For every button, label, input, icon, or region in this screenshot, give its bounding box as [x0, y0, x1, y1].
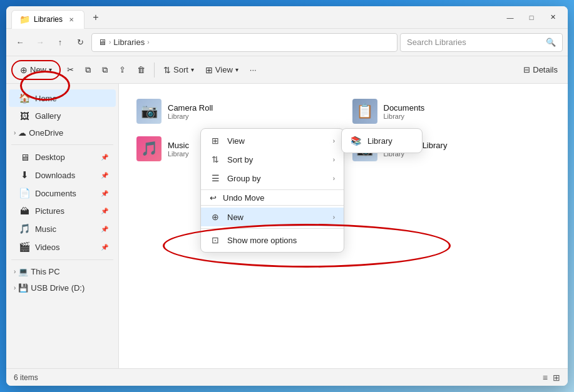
copy-button[interactable]: ⧉: [80, 60, 96, 80]
sort-button[interactable]: ⇅ Sort ▾: [158, 60, 199, 80]
details-label: Details: [533, 65, 558, 74]
ctx-groupby[interactable]: ☰ Group by ›: [201, 169, 344, 188]
delete-button[interactable]: 🗑: [132, 60, 150, 80]
downloads-icon: ⬇: [19, 169, 30, 181]
ctx-showmore[interactable]: ⊡ Show more options: [201, 231, 344, 249]
cut-button[interactable]: ✂: [62, 60, 79, 80]
library-item-documents[interactable]: 📋 Documents Library: [345, 94, 558, 129]
sidebar-item-videos[interactable]: 🎬 Videos 📌: [9, 238, 116, 256]
title-bar: 📁 Libraries ✕ + — □ ✕: [6, 6, 568, 29]
back-button[interactable]: ←: [11, 34, 29, 51]
delete-icon: 🗑: [137, 65, 145, 74]
videos-label: Videos: [35, 243, 60, 252]
address-bar[interactable]: 🖥 › Libraries ›: [91, 33, 397, 52]
ctx-view[interactable]: ⊞ View ›: [201, 131, 344, 150]
search-box[interactable]: Search Libraries 🔍: [400, 33, 563, 52]
status-bar: 6 items ≡ ⊞: [6, 368, 568, 386]
grid-view-icon[interactable]: ⊞: [553, 373, 560, 383]
sidebar-expand-thispc[interactable]: › 💻 This PC: [9, 264, 116, 279]
thispc-icon: 💻: [18, 267, 28, 276]
window-tab[interactable]: 📁 Libraries ✕: [11, 10, 85, 29]
breadcrumb-libraries: Libraries: [113, 38, 145, 47]
refresh-button[interactable]: ↻: [71, 34, 89, 51]
new-arrow: ▾: [49, 66, 52, 73]
close-button[interactable]: ✕: [543, 9, 563, 26]
new-tab-button[interactable]: +: [87, 9, 105, 26]
navigation-bar: ← → ↑ ↻ 🖥 › Libraries › Search Libraries…: [6, 29, 568, 56]
up-button[interactable]: ↑: [51, 34, 69, 51]
details-icon: ⊟: [523, 65, 530, 74]
view-button[interactable]: ⊞ View ▾: [200, 60, 243, 80]
thispc-expand-icon: ›: [14, 268, 16, 275]
documents-lib-type: Library: [384, 113, 425, 120]
sidebar-item-pictures[interactable]: 🏔 Pictures 📌: [9, 203, 116, 219]
ctx-showmore-icon: ⊡: [210, 235, 221, 245]
documents-label: Documents: [35, 189, 76, 198]
minimize-button[interactable]: —: [500, 9, 520, 26]
onedrive-icon: ☁: [18, 128, 26, 138]
cut-icon: ✂: [67, 65, 74, 74]
tab-close-button[interactable]: ✕: [66, 14, 76, 24]
library-submenu-icon: 📚: [351, 136, 361, 146]
sidebar-item-music[interactable]: 🎵 Music 📌: [9, 220, 116, 238]
sidebar-item-gallery[interactable]: 🖼 Gallery: [9, 108, 116, 124]
share-button[interactable]: ⇪: [114, 60, 131, 80]
sidebar-item-home[interactable]: 🏠 Home: [9, 89, 116, 107]
sidebar: 🏠 Home 🖼 Gallery › ☁ OneDrive 🖥 Desktop …: [6, 84, 119, 368]
ctx-sort-icon: ⇅: [210, 154, 221, 164]
music-icon: 🎵: [19, 223, 30, 234]
sort-arrow: ▾: [191, 66, 194, 73]
sidebar-expand-usbdrive[interactable]: › 💾 USB Drive (D:): [9, 280, 116, 296]
music-lib-type: Library: [168, 150, 189, 158]
ctx-undo-label: Undo Move: [223, 193, 264, 203]
gallery-label: Gallery: [35, 111, 61, 121]
usbdrive-label: USB Drive (D:): [31, 283, 85, 293]
view-icon: ⊞: [205, 65, 213, 75]
forward-button[interactable]: →: [31, 34, 49, 51]
sidebar-item-documents[interactable]: 📄 Documents 📌: [9, 184, 116, 202]
pin-icon-desktop: 📌: [101, 154, 108, 161]
submenu-new: 📚 Library: [341, 128, 423, 153]
documents-lib-icon: 📋: [352, 99, 377, 124]
thispc-label: This PC: [31, 267, 59, 276]
search-icon: 🔍: [546, 38, 556, 47]
sidebar-expand-onedrive[interactable]: › ☁ OneDrive: [9, 125, 116, 141]
pin-icon-documents: 📌: [101, 190, 108, 197]
new-button[interactable]: ⊕ New ▾: [11, 60, 61, 80]
ctx-undo[interactable]: ↩ Undo Move: [201, 192, 344, 203]
sidebar-item-desktop[interactable]: 🖥 Desktop 📌: [9, 149, 116, 166]
sidebar-item-downloads[interactable]: ⬇ Downloads 📌: [9, 166, 116, 184]
ctx-new[interactable]: ⊕ New ›: [201, 208, 344, 226]
ctx-sortby[interactable]: ⇅ Sort by ›: [201, 150, 344, 169]
home-icon: 🏠: [19, 93, 30, 104]
item-count: 6 items: [14, 373, 38, 382]
context-menu: ⊞ View › ⇅ Sort by › ☰ Group by › ↩ Undo…: [200, 128, 344, 253]
camera-roll-icon: 📷: [136, 99, 161, 124]
paste-button[interactable]: ⧉: [97, 60, 113, 80]
view-arrow: ▾: [235, 66, 238, 73]
status-view-controls: ≡ ⊞: [543, 373, 560, 383]
list-view-icon[interactable]: ≡: [543, 373, 548, 383]
ctx-new-label: New: [227, 213, 243, 222]
new-icon: ⊕: [20, 65, 28, 75]
pin-icon-videos: 📌: [101, 244, 108, 251]
library-item-camera-roll[interactable]: 📷 Camera Roll Library: [129, 94, 342, 129]
ctx-sortby-label: Sort by: [227, 155, 253, 164]
sidebar-divider-2: [11, 259, 113, 260]
search-placeholder: Search Libraries: [407, 38, 466, 47]
gallery-icon: 🖼: [19, 111, 30, 121]
details-button[interactable]: ⊟ Details: [518, 60, 563, 80]
more-button[interactable]: ···: [245, 60, 262, 80]
toolbar-divider: [154, 63, 155, 78]
location-icon: 🖥: [98, 38, 106, 47]
expand-arrow-icon: ›: [14, 129, 16, 136]
sort-label: Sort: [173, 65, 188, 74]
tab-title: Libraries: [34, 15, 63, 24]
home-label: Home: [35, 94, 57, 103]
ctx-divider-2: [201, 205, 344, 206]
maximize-button[interactable]: □: [521, 9, 541, 26]
music-label: Music: [35, 224, 56, 234]
sort-icon: ⇅: [163, 65, 171, 75]
submenu-library[interactable]: 📚 Library: [342, 131, 422, 150]
usbdrive-icon: 💾: [18, 283, 28, 293]
